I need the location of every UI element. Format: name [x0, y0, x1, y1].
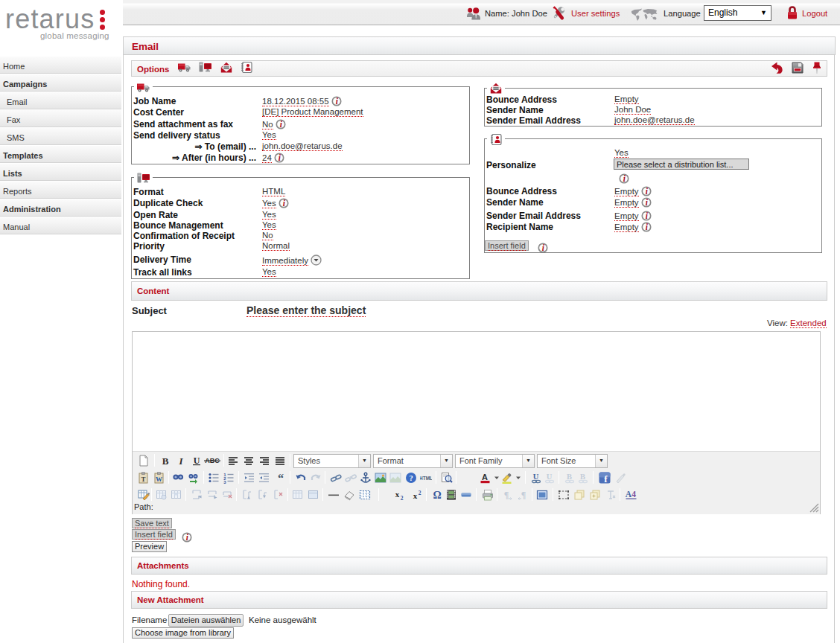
svg-text:U: U: [547, 473, 553, 481]
svg-text:W: W: [156, 476, 162, 483]
svg-text:?: ?: [409, 474, 413, 482]
svg-text:x: x: [395, 490, 400, 499]
svg-text:3: 3: [223, 480, 226, 484]
svg-text:4: 4: [631, 490, 636, 499]
svg-text:2: 2: [401, 495, 404, 502]
svg-text:¶: ¶: [521, 490, 526, 500]
svg-text:“: “: [278, 472, 284, 484]
svg-text:2: 2: [419, 490, 421, 496]
svg-text:f: f: [604, 473, 608, 484]
svg-text:U: U: [533, 473, 539, 481]
svg-text:B: B: [567, 473, 572, 481]
svg-text:¶: ¶: [504, 490, 509, 500]
svg-text:U: U: [194, 455, 200, 466]
svg-text:x: x: [413, 491, 418, 500]
svg-text:HTML: HTML: [420, 476, 432, 481]
svg-text:Ω: Ω: [433, 490, 441, 501]
svg-text:A: A: [482, 473, 488, 482]
svg-text:B: B: [162, 455, 169, 467]
svg-text:T: T: [141, 476, 145, 483]
svg-text:I: I: [178, 455, 183, 467]
svg-text:B: B: [580, 473, 585, 481]
